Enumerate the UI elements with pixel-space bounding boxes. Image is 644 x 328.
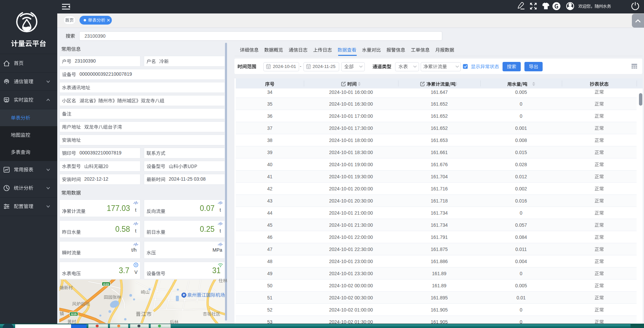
svg-text:G15: G15	[71, 313, 76, 316]
svg-text:G15: G15	[103, 283, 109, 286]
